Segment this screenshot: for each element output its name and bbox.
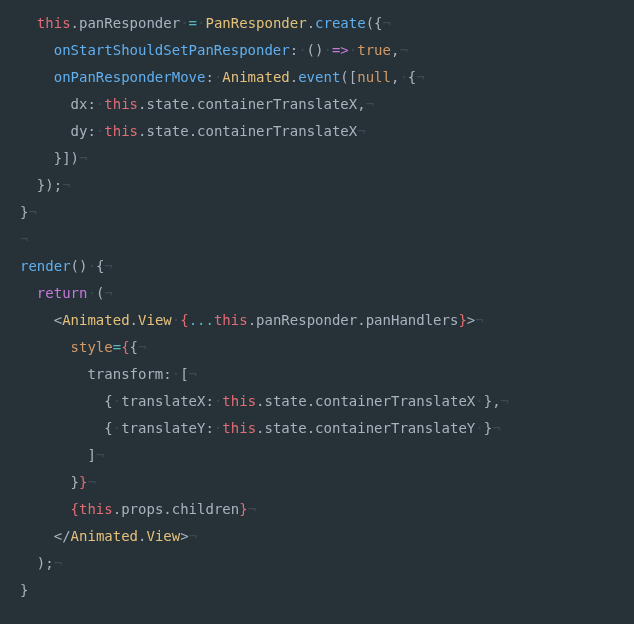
code-line: );¬ xyxy=(20,555,62,571)
code-editor[interactable]: this.panResponder·=·PanResponder.create(… xyxy=(0,0,634,604)
code-line: {this.props.children}¬ xyxy=(20,501,256,517)
code-line: ¬ xyxy=(20,231,28,247)
code-line: ]¬ xyxy=(20,447,104,463)
code-line: style={{¬ xyxy=(20,339,146,355)
code-line: onPanResponderMove:·Animated.event([null… xyxy=(20,69,425,85)
keyword-this: this xyxy=(37,15,71,31)
code-line: transform:·[¬ xyxy=(20,366,197,382)
code-line: dy:·this.state.containerTranslateX¬ xyxy=(20,123,366,139)
code-line: this.panResponder·=·PanResponder.create(… xyxy=(20,15,391,31)
code-line: {·translateX:·this.state.containerTransl… xyxy=(20,393,509,409)
code-line: }])¬ xyxy=(20,150,87,166)
code-line: }}¬ xyxy=(20,474,96,490)
code-line: } xyxy=(20,582,28,598)
code-line: dx:·this.state.containerTranslateX,¬ xyxy=(20,96,374,112)
code-line: render()·{¬ xyxy=(20,258,113,274)
code-line: </Animated.View>¬ xyxy=(20,528,197,544)
code-line: onStartShouldSetPanResponder:·()·=>·true… xyxy=(20,42,408,58)
code-line: }¬ xyxy=(20,204,37,220)
code-line: <Animated.View·{...this.panResponder.pan… xyxy=(20,312,484,328)
code-line: {·translateY:·this.state.containerTransl… xyxy=(20,420,501,436)
code-line: });¬ xyxy=(20,177,71,193)
code-line: return·(¬ xyxy=(20,285,113,301)
